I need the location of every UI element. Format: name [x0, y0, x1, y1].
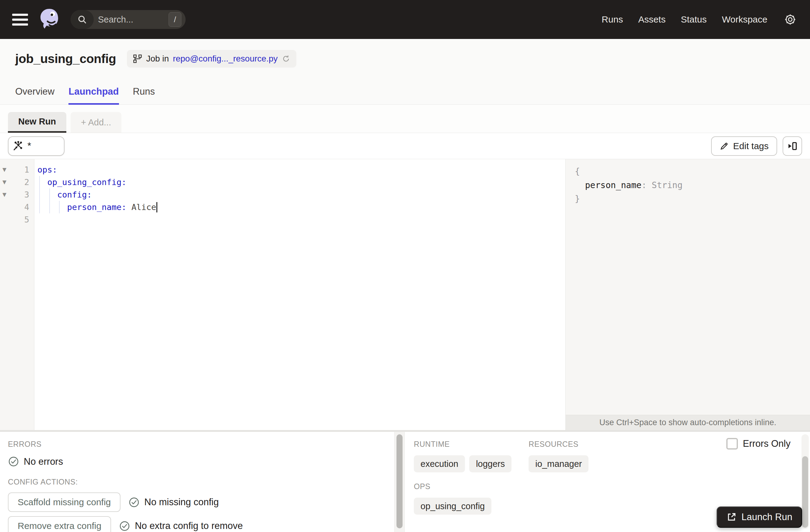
- nav-assets[interactable]: Assets: [638, 14, 665, 25]
- repo-link[interactable]: repo@config..._resource.py: [173, 54, 277, 64]
- gutter-line-1: ▼ 1: [0, 163, 34, 176]
- remove-extra-action-row: Remove extra config No extra config to r…: [8, 516, 394, 532]
- schema-entry: person_name: String: [575, 178, 810, 192]
- ops-tag-op-using-config[interactable]: op_using_config: [414, 498, 491, 515]
- search-input[interactable]: [94, 15, 168, 25]
- external-link-icon: [726, 512, 737, 522]
- code-line: ops:: [37, 163, 565, 176]
- bottom-panel: ERRORS No errors CONFIG ACTIONS: Scaffol…: [0, 432, 810, 532]
- gear-icon[interactable]: [784, 13, 797, 26]
- errors-status-row: No errors: [8, 456, 394, 467]
- scaffold-missing-config-button[interactable]: Scaffold missing config: [8, 493, 120, 512]
- tab-launchpad[interactable]: Launchpad: [68, 86, 119, 105]
- fold-triangle-icon[interactable]: ▼: [2, 166, 6, 173]
- code-line: [37, 213, 565, 226]
- op-selector-icon: [13, 141, 24, 151]
- top-nav-links: Runs Assets Status Workspace: [602, 13, 797, 26]
- nav-status[interactable]: Status: [681, 14, 707, 25]
- launchpad-toolbar: * Edit tags: [0, 133, 810, 159]
- resources-heading: RESOURCES: [529, 440, 588, 449]
- fold-triangle-icon[interactable]: ▼: [2, 191, 6, 197]
- search-shortcut-badge: /: [168, 12, 181, 27]
- text-cursor: [157, 202, 157, 212]
- bottom-panel-scrollbar[interactable]: [394, 432, 405, 532]
- right-panel-scrollbar[interactable]: [801, 434, 809, 529]
- page-title: job_using_config: [15, 52, 116, 66]
- errors-only-label: Errors Only: [743, 438, 791, 449]
- launch-run-label: Launch Run: [742, 512, 792, 522]
- tab-overview[interactable]: Overview: [15, 86, 54, 105]
- top-navigation-bar: / Runs Assets Status Workspace: [0, 0, 810, 39]
- errors-heading: ERRORS: [8, 440, 394, 449]
- launch-run-button[interactable]: Launch Run: [717, 506, 802, 528]
- refresh-icon[interactable]: [282, 54, 290, 63]
- resources-section: RESOURCES io_manager: [529, 440, 588, 472]
- gutter-line-4: 4: [0, 201, 34, 213]
- errors-only-checkbox[interactable]: [726, 438, 738, 450]
- autocomplete-hint: Use Ctrl+Space to show auto-completions …: [566, 415, 810, 430]
- line-number: 4: [25, 203, 29, 212]
- code-line: person_name: Alice: [37, 201, 565, 213]
- octopus-logo-icon: [38, 8, 60, 31]
- op-selector-value: *: [27, 140, 31, 151]
- config-editor[interactable]: ops: op_using_config: config: person_nam…: [34, 159, 565, 430]
- line-number: 1: [25, 165, 29, 174]
- config-schema-panel: { person_name: String } Use Ctrl+Space t…: [565, 159, 810, 430]
- runtime-heading: RUNTIME: [414, 440, 512, 449]
- job-header: job_using_config Job in repo@config..._r…: [0, 39, 810, 105]
- line-number: 2: [25, 177, 29, 187]
- edit-tags-button[interactable]: Edit tags: [711, 136, 777, 156]
- runtime-tag-execution[interactable]: execution: [414, 455, 465, 472]
- config-tab-add[interactable]: + Add...: [70, 112, 122, 133]
- runtime-section: RUNTIME execution loggers: [414, 440, 512, 472]
- config-actions-heading: CONFIG ACTIONS:: [8, 478, 394, 486]
- scrollbar-thumb[interactable]: [396, 434, 403, 528]
- config-tab-new-run[interactable]: New Run: [8, 112, 66, 133]
- expand-panel-icon: [787, 141, 797, 151]
- gutter-line-2: ▼ 2: [0, 176, 34, 188]
- indent-guide: [59, 201, 60, 213]
- check-circle-icon: [119, 520, 130, 532]
- check-circle-icon: [8, 456, 19, 467]
- launchpad-config-tabs: New Run + Add...: [0, 105, 810, 133]
- errors-status-text: No errors: [24, 456, 63, 467]
- indent-guide: [39, 176, 40, 213]
- missing-config-status-text: No missing config: [144, 497, 219, 507]
- runtime-tag-loggers[interactable]: loggers: [469, 455, 512, 472]
- job-origin-badge: Job in repo@config..._resource.py: [127, 50, 296, 68]
- search-icon: [70, 10, 94, 29]
- menu-icon[interactable]: [12, 14, 28, 26]
- launchpad-main: ▼ 1 ▼ 2 ▼ 3 4 5 ops: op_using_config: co…: [0, 159, 810, 430]
- edit-tags-label: Edit tags: [733, 141, 768, 151]
- job-graph-icon: [133, 54, 142, 63]
- global-search[interactable]: /: [70, 10, 185, 29]
- extra-config-status: No extra config to remove: [119, 520, 243, 532]
- extra-config-status-text: No extra config to remove: [135, 520, 243, 531]
- resources-tag-io-manager[interactable]: io_manager: [529, 455, 588, 472]
- nav-workspace[interactable]: Workspace: [722, 14, 767, 25]
- fold-triangle-icon[interactable]: ▼: [2, 179, 6, 185]
- schema-brace-close: }: [575, 192, 810, 206]
- gutter-line-3: ▼ 3: [0, 188, 34, 201]
- run-sections-panel: RUNTIME execution loggers RESOURCES io_m…: [405, 432, 810, 532]
- errors-only-toggle: Errors Only: [726, 438, 791, 450]
- code-line: config:: [37, 188, 565, 201]
- line-number: 3: [25, 190, 29, 199]
- ops-heading: OPS: [414, 482, 810, 491]
- job-badge-prefix: Job in: [146, 54, 169, 64]
- scrollbar-thumb[interactable]: [802, 456, 808, 528]
- tab-runs[interactable]: Runs: [133, 86, 155, 105]
- remove-extra-config-button[interactable]: Remove extra config: [8, 516, 111, 532]
- line-number: 5: [25, 215, 29, 224]
- indent-guide: [49, 188, 50, 213]
- dagster-logo[interactable]: [38, 8, 60, 31]
- errors-and-actions-panel: ERRORS No errors CONFIG ACTIONS: Scaffol…: [0, 432, 394, 532]
- schema-brace-open: {: [575, 165, 810, 178]
- job-tabs: Overview Launchpad Runs: [15, 86, 155, 105]
- gutter-line-5: 5: [0, 213, 34, 226]
- toggle-right-panel-button[interactable]: [783, 136, 802, 156]
- op-selector-input[interactable]: *: [8, 136, 65, 156]
- check-circle-icon: [128, 497, 140, 508]
- nav-runs[interactable]: Runs: [602, 14, 623, 25]
- scaffold-action-row: Scaffold missing config No missing confi…: [8, 493, 394, 512]
